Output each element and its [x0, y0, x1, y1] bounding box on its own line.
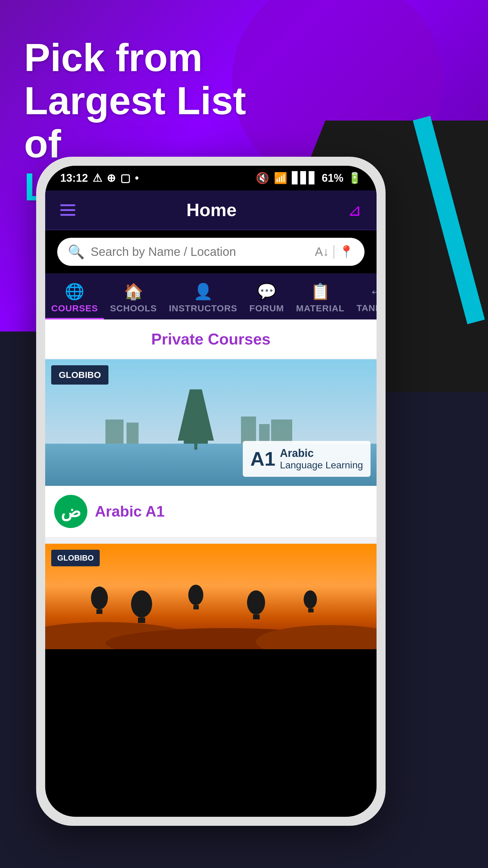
svg-point-22 [304, 590, 317, 609]
status-dot: • [135, 172, 139, 184]
svg-rect-19 [193, 605, 199, 610]
search-icon: 🔍 [68, 244, 85, 260]
battery-label: 61% [322, 172, 344, 184]
app-header: Home ⊿ [45, 190, 377, 230]
tab-forum[interactable]: 💬 FORUM [243, 278, 290, 319]
svg-point-16 [131, 590, 152, 618]
course-title: Arabic [280, 447, 363, 460]
location-pin-icon[interactable]: 📍 [339, 245, 354, 259]
courses-icon: 🌐 [65, 282, 84, 301]
battery-icon: 🔋 [348, 172, 361, 184]
forum-icon: 💬 [257, 282, 276, 301]
tab-instructors-label: INSTRUCTORS [169, 303, 237, 313]
tab-material-label: MATERIAL [296, 303, 345, 313]
status-bar: 13:12 ⚠ ⊕ ▢ • 🔇 📶 ▋▋▋ 61% 🔋 [45, 166, 377, 190]
course-card-1[interactable]: GLOBIBO A1 Arabic Language Learning [45, 359, 377, 538]
phone-frame: 13:12 ⚠ ⊕ ▢ • 🔇 📶 ▋▋▋ 61% 🔋 [36, 157, 386, 826]
course-card-2[interactable]: GLOBIBO [45, 544, 377, 649]
course-info-row-1: ض Arabic A1 [45, 486, 377, 538]
svg-point-14 [91, 587, 108, 610]
content-area: Private Courses [45, 319, 377, 649]
instructors-icon: 👤 [193, 282, 213, 301]
tab-tandem-label: TANDEM [357, 303, 377, 313]
tab-courses[interactable]: 🌐 COURSES [45, 278, 104, 319]
hero-line2: Largest List of [24, 79, 246, 166]
tab-forum-label: FORUM [250, 303, 284, 313]
material-icon: 📋 [311, 282, 330, 301]
sort-icon[interactable]: A↓ [315, 245, 329, 258]
level-code: A1 [250, 447, 275, 470]
svg-rect-7 [241, 416, 256, 444]
hamburger-line3 [60, 214, 75, 216]
tab-courses-label: COURSES [51, 303, 98, 313]
status-left: 13:12 ⚠ ⊕ ▢ • [60, 172, 139, 184]
tandem-icon: ↔ [369, 282, 377, 301]
wifi-icon: 📶 [274, 172, 287, 184]
svg-rect-9 [271, 420, 292, 444]
signal-icon: ▋▋▋ [292, 172, 317, 184]
tab-tandem[interactable]: ↔ TANDEM [351, 278, 377, 319]
course-image-dubai: GLOBIBO A1 Arabic Language Learning [45, 359, 377, 486]
section-title: Private Courses [45, 319, 377, 359]
status-screen-icon: ▢ [120, 172, 130, 184]
svg-rect-6 [127, 423, 138, 444]
arabic-avatar: ض [54, 495, 87, 528]
svg-rect-17 [138, 618, 145, 623]
svg-point-20 [247, 590, 265, 615]
status-warning-icon: ⚠ [93, 172, 102, 184]
course-subtitle: Language Learning [280, 460, 363, 471]
app-title: Home [187, 199, 237, 220]
hamburger-line2 [60, 209, 75, 211]
hamburger-menu[interactable] [60, 204, 75, 216]
tab-instructors[interactable]: 👤 INSTRUCTORS [163, 278, 243, 319]
globibo-text-2: GLOBIBO [57, 553, 94, 562]
navigation-tabs: 🌐 COURSES 🏠 SCHOOLS 👤 INSTRUCTORS 💬 FORU… [45, 273, 377, 319]
hero-line1: Pick from [24, 36, 202, 80]
tab-material[interactable]: 📋 MATERIAL [290, 278, 351, 319]
tab-schools-label: SCHOOLS [110, 303, 157, 313]
globibo-badge-1: GLOBIBO [51, 365, 108, 384]
course-name-label: Arabic A1 [95, 503, 165, 520]
status-gps-icon: ⊕ [107, 172, 116, 184]
tab-schools[interactable]: 🏠 SCHOOLS [104, 278, 163, 319]
status-right: 🔇 📶 ▋▋▋ 61% 🔋 [256, 172, 361, 184]
phone-outer-shell: 13:12 ⚠ ⊕ ▢ • 🔇 📶 ▋▋▋ 61% 🔋 [36, 157, 386, 826]
svg-rect-23 [308, 609, 314, 613]
filter-icon[interactable]: ⊿ [348, 200, 361, 220]
arabic-char: ض [61, 502, 81, 521]
hamburger-line1 [60, 204, 75, 206]
course-image-desert: GLOBIBO [45, 544, 377, 649]
search-input[interactable] [91, 245, 309, 258]
search-divider [333, 245, 334, 258]
schools-icon: 🏠 [124, 282, 143, 301]
status-time: 13:12 [60, 172, 88, 184]
mute-icon: 🔇 [256, 172, 269, 184]
svg-rect-4 [184, 441, 208, 444]
level-text-container: Arabic Language Learning [280, 447, 363, 471]
phone-screen: 13:12 ⚠ ⊕ ▢ • 🔇 📶 ▋▋▋ 61% 🔋 [45, 166, 377, 817]
svg-rect-5 [105, 420, 124, 444]
search-actions: A↓ 📍 [315, 245, 354, 259]
level-badge: A1 Arabic Language Learning [243, 441, 370, 477]
svg-rect-21 [253, 615, 260, 619]
globibo-badge-2: GLOBIBO [51, 550, 100, 566]
svg-point-18 [188, 585, 203, 605]
search-bar[interactable]: 🔍 A↓ 📍 [57, 238, 364, 266]
svg-rect-15 [96, 610, 102, 614]
globibo-text-1: GLOBIBO [59, 370, 101, 380]
